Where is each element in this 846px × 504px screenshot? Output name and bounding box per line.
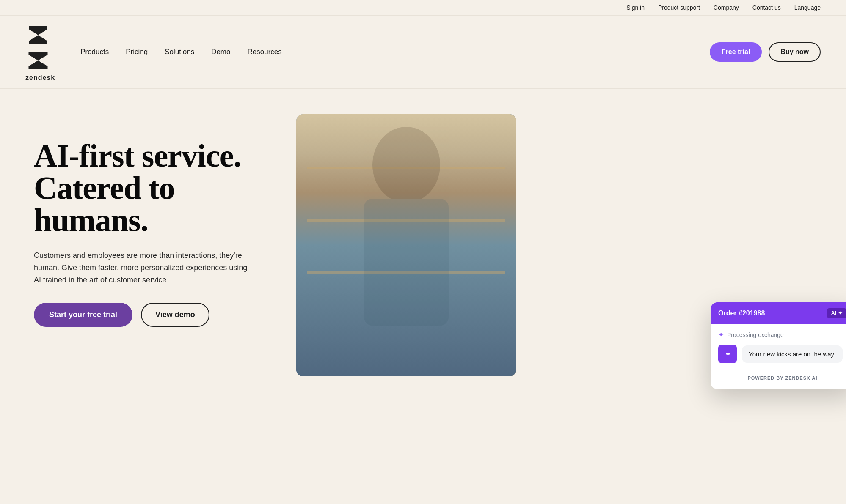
chat-processing-row: ✦ Processing exchange — [718, 331, 846, 339]
hero-description: Customers and employees are more than in… — [34, 249, 254, 286]
hero-buttons: Start your free trial View demo — [34, 303, 271, 327]
chat-bubble: Your new kicks are on the way! — [742, 345, 843, 363]
chat-message-row: •• Your new kicks are on the way! — [718, 345, 846, 363]
hero-title: AI-first service. Catered to humans. — [34, 140, 271, 236]
chat-avatar: •• — [718, 345, 737, 363]
nav-actions: Free trial Buy now — [710, 42, 821, 62]
chat-processing-text: Processing exchange — [727, 331, 784, 338]
nav-links: Products Pricing Solutions Demo Resource… — [80, 48, 710, 56]
language-link[interactable]: Language — [794, 4, 821, 11]
chat-order-number: Order #201988 — [718, 310, 765, 317]
person-overlay — [296, 114, 516, 376]
chat-powered-by: POWERED BY ZENDESK AI — [718, 370, 846, 381]
chat-body: ✦ Processing exchange •• Your new kicks … — [711, 324, 846, 389]
nav-pricing[interactable]: Pricing — [126, 48, 148, 56]
main-nav: zendesk Products Pricing Solutions Demo … — [0, 16, 846, 89]
nav-products[interactable]: Products — [80, 48, 109, 56]
chat-widget: Order #201988 AI ✦ ✦ Processing exchange… — [711, 302, 846, 389]
free-trial-button[interactable]: Free trial — [710, 42, 762, 62]
svg-point-2 — [372, 127, 440, 203]
zendesk-logo-svg — [25, 48, 51, 73]
chat-ai-badge: AI ✦ — [827, 308, 846, 318]
contact-us-link[interactable]: Contact us — [752, 4, 781, 11]
sign-in-link[interactable]: Sign in — [626, 4, 645, 11]
product-support-link[interactable]: Product support — [658, 4, 700, 11]
view-demo-button[interactable]: View demo — [141, 303, 209, 327]
buy-now-button[interactable]: Buy now — [769, 42, 821, 62]
svg-marker-1 — [29, 29, 47, 44]
hero-right: Order #201988 AI ✦ ✦ Processing exchange… — [296, 114, 821, 376]
nav-solutions[interactable]: Solutions — [165, 48, 194, 56]
svg-rect-3 — [364, 199, 449, 326]
logo-text: zendesk — [25, 74, 55, 82]
company-link[interactable]: Company — [714, 4, 739, 11]
avatar-dots: •• — [726, 350, 730, 359]
processing-icon: ✦ — [718, 331, 724, 339]
zendesk-logo-icon — [25, 22, 51, 48]
start-trial-button[interactable]: Start your free trial — [34, 303, 132, 327]
nav-demo[interactable]: Demo — [211, 48, 230, 56]
hero-section: AI-first service. Catered to humans. Cus… — [0, 89, 846, 410]
nav-resources[interactable]: Resources — [248, 48, 282, 56]
chat-header: Order #201988 AI ✦ — [711, 302, 846, 324]
svg-rect-0 — [29, 26, 47, 29]
hero-left: AI-first service. Catered to humans. Cus… — [34, 114, 271, 327]
hero-image — [296, 114, 516, 376]
utility-bar: Sign in Product support Company Contact … — [0, 0, 846, 16]
logo-link[interactable]: zendesk — [25, 22, 55, 82]
